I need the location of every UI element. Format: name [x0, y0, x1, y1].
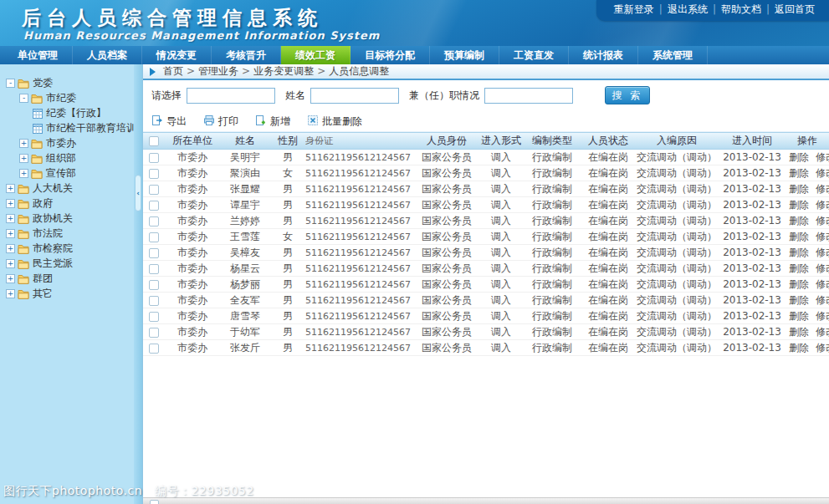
edit-link[interactable]: 修改	[816, 278, 829, 290]
delete-link[interactable]: 删除	[789, 294, 809, 306]
top-link-3[interactable]: 返回首页	[775, 3, 815, 15]
row-checkbox[interactable]	[149, 264, 159, 274]
delete-link[interactable]: 删除	[789, 310, 809, 322]
tree-item-市纪委[interactable]: -市纪委	[0, 91, 142, 105]
collapse-toggle-icon[interactable]: -	[19, 94, 28, 103]
tree-item-其它[interactable]: +其它	[0, 287, 142, 301]
delete-link[interactable]: 删除	[789, 151, 809, 163]
menu-item-6[interactable]: 预算编制	[430, 46, 499, 64]
menu-item-8[interactable]: 统计报表	[569, 46, 638, 64]
delete-link[interactable]: 删除	[789, 199, 809, 211]
tree-item-政府[interactable]: +政府	[0, 196, 142, 211]
edit-link[interactable]: 修改	[816, 310, 829, 322]
edit-link[interactable]: 修改	[816, 326, 829, 338]
edit-link[interactable]: 修改	[816, 262, 829, 274]
column-header-5[interactable]: 进入形式	[479, 134, 523, 148]
menu-item-3[interactable]: 考核晋升	[212, 46, 281, 64]
edit-link[interactable]: 修改	[816, 342, 829, 354]
pagination-select-all-checkbox[interactable]	[150, 500, 159, 504]
menu-item-4[interactable]: 绩效工资	[281, 46, 351, 64]
column-header-9[interactable]: 进入时间	[719, 134, 786, 148]
expand-toggle-icon[interactable]: +	[19, 154, 28, 163]
expand-toggle-icon[interactable]: +	[6, 199, 15, 208]
delete-link[interactable]: 删除	[789, 342, 809, 354]
print-button[interactable]: 打印	[203, 115, 238, 129]
batch-delete-button[interactable]: 批量删除	[307, 115, 362, 129]
breadcrumb-item-0[interactable]: 首页	[163, 65, 183, 77]
edit-link[interactable]: 修改	[816, 247, 829, 258]
column-header-3[interactable]: 身份证	[305, 135, 414, 147]
edit-link[interactable]: 修改	[816, 231, 829, 242]
name-filter-input[interactable]	[310, 88, 399, 104]
select-all-checkbox[interactable]	[149, 136, 159, 146]
delete-link[interactable]: 删除	[789, 183, 809, 195]
tree-item-宣传部[interactable]: +宣传部	[0, 166, 142, 181]
expand-toggle-icon[interactable]: +	[6, 214, 15, 223]
row-checkbox[interactable]	[149, 232, 159, 242]
select-filter-input[interactable]	[187, 88, 275, 104]
delete-link[interactable]: 删除	[789, 231, 809, 242]
delete-link[interactable]: 删除	[789, 247, 809, 258]
expand-toggle-icon[interactable]: +	[6, 184, 15, 193]
tree-item-党委[interactable]: -党委	[0, 76, 142, 90]
expand-toggle-icon[interactable]: +	[6, 229, 15, 238]
row-checkbox[interactable]	[149, 312, 159, 322]
top-link-2[interactable]: 帮助文档	[721, 3, 761, 15]
edit-link[interactable]: 修改	[816, 151, 829, 163]
menu-item-2[interactable]: 情况变更	[142, 46, 212, 64]
export-button[interactable]: 导出	[151, 115, 187, 129]
row-checkbox[interactable]	[149, 216, 159, 227]
breadcrumb-item-2[interactable]: 业务变更调整	[253, 65, 314, 77]
delete-link[interactable]: 删除	[789, 262, 809, 274]
top-link-1[interactable]: 退出系统	[668, 3, 708, 15]
menu-item-5[interactable]: 目标将分配	[351, 46, 430, 64]
tree-item-组织部[interactable]: +组织部	[0, 151, 142, 165]
edit-link[interactable]: 修改	[816, 215, 829, 227]
row-checkbox[interactable]	[149, 280, 159, 290]
top-link-0[interactable]: 重新登录	[614, 3, 654, 15]
row-checkbox[interactable]	[149, 328, 159, 338]
column-header-8[interactable]: 入编原因	[635, 134, 719, 148]
column-header-2[interactable]: 性别	[270, 134, 305, 148]
row-checkbox[interactable]	[149, 185, 159, 195]
expand-toggle-icon[interactable]: +	[19, 139, 28, 148]
row-checkbox[interactable]	[149, 201, 159, 211]
column-header-0[interactable]: 所在单位	[165, 134, 220, 148]
delete-link[interactable]: 删除	[789, 215, 809, 227]
column-header-10[interactable]: 操作	[786, 134, 829, 148]
search-button[interactable]: 搜 索	[605, 86, 650, 104]
tree-item-民主党派[interactable]: +民主党派	[0, 257, 142, 271]
row-checkbox[interactable]	[149, 169, 159, 179]
expand-toggle-icon[interactable]: +	[6, 259, 15, 268]
add-button[interactable]: 新增	[255, 115, 290, 129]
tree-item-市委办[interactable]: +市委办	[0, 136, 142, 150]
breadcrumb-item-3[interactable]: 人员信息调整	[329, 65, 389, 77]
tree-item-政协机关[interactable]: +政协机关	[0, 211, 142, 226]
column-header-6[interactable]: 编制类型	[523, 134, 581, 148]
sidebar-collapse-handle[interactable]: ‹	[135, 175, 141, 211]
expand-toggle-icon[interactable]: +	[19, 169, 28, 178]
column-header-1[interactable]: 姓名	[220, 134, 270, 148]
column-header-4[interactable]: 人员身份	[414, 134, 479, 148]
edit-link[interactable]: 修改	[816, 199, 829, 211]
row-checkbox[interactable]	[149, 248, 159, 258]
row-checkbox[interactable]	[149, 153, 159, 163]
delete-link[interactable]: 删除	[789, 278, 809, 290]
row-checkbox[interactable]	[149, 296, 159, 306]
delete-link[interactable]: 删除	[789, 167, 809, 179]
menu-item-7[interactable]: 工资直发	[499, 46, 569, 64]
tree-item-群团[interactable]: +群团	[0, 272, 142, 286]
breadcrumb-item-1[interactable]: 管理业务	[198, 65, 238, 77]
job-filter-input[interactable]	[484, 88, 573, 104]
tree-item-市纪检干部教育培训中心[interactable]: 市纪检干部教育培训中心	[0, 121, 142, 135]
row-checkbox[interactable]	[149, 344, 159, 354]
tree-item-纪委【行政】[interactable]: 纪委【行政】	[0, 106, 142, 120]
column-header-7[interactable]: 人员状态	[581, 134, 635, 148]
menu-item-1[interactable]: 人员档案	[73, 46, 142, 64]
menu-item-9[interactable]: 系统管理	[638, 46, 708, 64]
tree-item-市法院[interactable]: +市法院	[0, 227, 142, 241]
tree-item-人大机关[interactable]: +人大机关	[0, 181, 142, 196]
tree-item-市检察院[interactable]: +市检察院	[0, 242, 142, 256]
collapse-toggle-icon[interactable]: -	[6, 79, 15, 88]
edit-link[interactable]: 修改	[816, 183, 829, 195]
